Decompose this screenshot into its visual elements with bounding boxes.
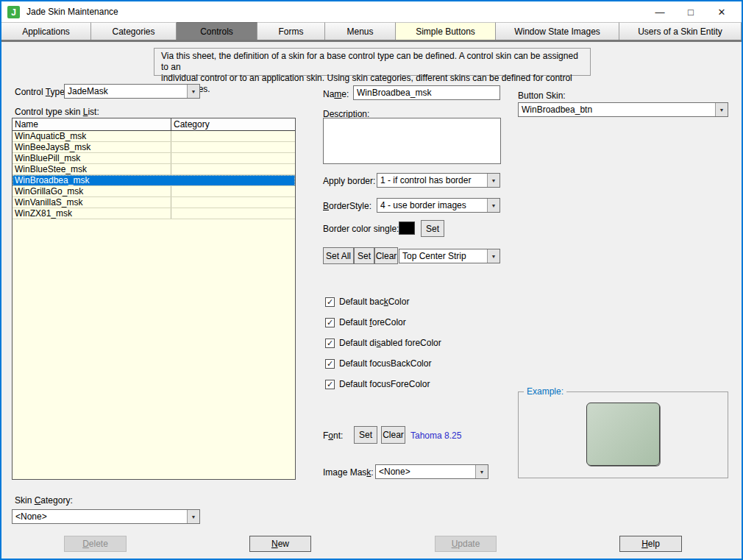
column-header-name[interactable]: Name: [13, 118, 171, 130]
list-item[interactable]: WinAquaticB_msk: [13, 131, 295, 142]
list-item-name: WinBlueStee_msk: [13, 164, 171, 174]
list-item[interactable]: WinGrillaGo_msk: [13, 186, 295, 197]
border-color-label: Border color single:: [323, 224, 399, 234]
dropdown-arrow-icon[interactable]: [187, 510, 199, 523]
list-item[interactable]: WinZX81_msk: [13, 208, 295, 219]
image-mask-value: <None>: [376, 467, 475, 477]
list-item[interactable]: WinBeeJaysB_msk: [13, 142, 295, 153]
name-label: Name:: [323, 89, 349, 99]
jade-skin-maintenance-window: J Jade Skin Maintenance — □ ✕ Applicatio…: [0, 0, 743, 560]
tab-controls[interactable]: Controls: [177, 22, 257, 40]
control-type-label: Control Type:: [15, 87, 67, 97]
list-item-category: [171, 131, 295, 141]
border-style-combo[interactable]: 4 - use border images: [377, 198, 500, 213]
tab-menus[interactable]: Menus: [325, 22, 396, 40]
apply-border-value: 1 - if control has border: [377, 175, 487, 185]
strip-clear-button[interactable]: Clear: [374, 247, 398, 264]
button-skin-value: WinBroadbea_btn: [519, 104, 715, 115]
apply-border-label: Apply border:: [323, 176, 375, 186]
tab-forms[interactable]: Forms: [257, 22, 325, 40]
strip-set-button[interactable]: Set: [354, 247, 374, 264]
tab-applications[interactable]: Applications: [1, 22, 91, 40]
control-type-skin-list[interactable]: Name Category WinAquaticB_msk WinBeeJays…: [12, 118, 296, 480]
name-input[interactable]: [353, 85, 500, 100]
dropdown-arrow-icon[interactable]: [487, 174, 500, 187]
app-icon: J: [7, 6, 20, 18]
font-label: Font:: [323, 430, 343, 441]
list-item-name: WinBluePill_msk: [13, 153, 171, 163]
column-header-category[interactable]: Category: [171, 118, 295, 130]
list-item[interactable]: WinVanillaS_msk: [13, 197, 295, 208]
list-item-name: WinBeeJaysB_msk: [13, 142, 171, 152]
strip-set-all-button[interactable]: Set All: [323, 247, 354, 264]
default-disabled-forecolor-row: Default disabled foreColor: [325, 338, 441, 348]
checkbox-checked[interactable]: [325, 318, 335, 327]
tab-strip-divider: [1, 40, 742, 42]
maximize-button[interactable]: □: [675, 1, 706, 22]
update-button[interactable]: Update: [435, 536, 497, 552]
sheet-description-line1: Via this sheet, the definition of a skin…: [161, 51, 583, 73]
tab-categories[interactable]: Categories: [91, 22, 177, 40]
minimize-button[interactable]: —: [644, 1, 675, 22]
checkbox-checked[interactable]: [325, 380, 335, 389]
list-item-name: WinVanillaS_msk: [13, 197, 171, 208]
list-item[interactable]: WinBlueStee_msk: [13, 164, 295, 175]
list-item-name: WinZX81_msk: [13, 208, 171, 219]
skin-list-label: Control type skin List:: [15, 107, 99, 117]
list-item-selected[interactable]: WinBroadbea_msk: [13, 175, 295, 186]
image-mask-combo[interactable]: <None>: [375, 464, 488, 479]
titlebar: J Jade Skin Maintenance — □ ✕: [1, 1, 742, 22]
list-item-category: [171, 197, 295, 208]
control-type-combo[interactable]: JadeMask: [64, 84, 200, 99]
dropdown-arrow-icon[interactable]: [475, 465, 488, 478]
button-skin-combo[interactable]: WinBroadbea_btn: [518, 102, 728, 117]
apply-border-combo[interactable]: 1 - if control has border: [377, 173, 500, 188]
button-skin-label: Button Skin:: [518, 91, 566, 101]
default-backcolor-row: Default backColor: [325, 297, 409, 307]
delete-button[interactable]: Delete: [64, 536, 127, 552]
dropdown-arrow-icon[interactable]: [187, 85, 199, 98]
default-backcolor-label: Default backColor: [339, 297, 409, 307]
tab-window-state-images[interactable]: Window State Images: [496, 22, 619, 40]
font-value: Tahoma 8.25: [410, 430, 461, 441]
dropdown-arrow-icon[interactable]: [487, 249, 500, 263]
dropdown-arrow-icon[interactable]: [715, 103, 728, 116]
strip-combo[interactable]: Top Center Strip: [399, 249, 500, 263]
border-style-value: 4 - use border images: [377, 200, 487, 210]
close-button[interactable]: ✕: [706, 1, 737, 22]
checkbox-checked[interactable]: [325, 339, 335, 348]
sheet-description-box: Via this sheet, the definition of a skin…: [154, 48, 591, 76]
checkbox-checked[interactable]: [325, 297, 335, 307]
dropdown-arrow-icon[interactable]: [487, 199, 500, 212]
border-color-set-button[interactable]: Set: [421, 220, 444, 237]
list-item-category: [171, 186, 295, 196]
font-clear-button[interactable]: Clear: [381, 426, 405, 444]
skin-category-combo[interactable]: <None>: [12, 509, 200, 524]
default-forecolor-label: Default foreColor: [339, 317, 406, 327]
tab-simple-buttons[interactable]: Simple Buttons: [396, 22, 496, 40]
list-item-category: [171, 142, 295, 152]
list-item-name: WinBroadbea_msk: [13, 175, 171, 185]
new-button[interactable]: New: [249, 536, 311, 552]
border-color-swatch: [399, 221, 415, 235]
list-item-name: WinAquaticB_msk: [13, 131, 171, 141]
font-set-button[interactable]: Set: [354, 426, 377, 444]
list-header: Name Category: [13, 118, 295, 131]
default-disabled-forecolor-label: Default disabled foreColor: [339, 338, 441, 348]
tab-strip: Applications Categories Controls Forms M…: [1, 22, 742, 40]
description-input[interactable]: [323, 118, 501, 164]
border-style-label: BorderStyle:: [323, 201, 372, 211]
default-focusforecolor-label: Default focusForeColor: [339, 379, 430, 389]
help-button[interactable]: Help: [619, 536, 682, 552]
default-focusforecolor-row: Default focusForeColor: [325, 379, 430, 389]
control-type-value: JadeMask: [65, 86, 187, 96]
example-label: Example:: [524, 386, 566, 397]
tab-users-of-a-skin-entity[interactable]: Users of a Skin Entity: [619, 22, 742, 40]
skin-category-value: <None>: [13, 511, 187, 522]
list-item-category: [171, 208, 295, 219]
list-item[interactable]: WinBluePill_msk: [13, 153, 295, 164]
checkbox-checked[interactable]: [325, 359, 335, 369]
list-item-name: WinGrillaGo_msk: [13, 186, 171, 196]
list-item-category: [171, 153, 295, 163]
example-skin-preview: [586, 403, 660, 466]
